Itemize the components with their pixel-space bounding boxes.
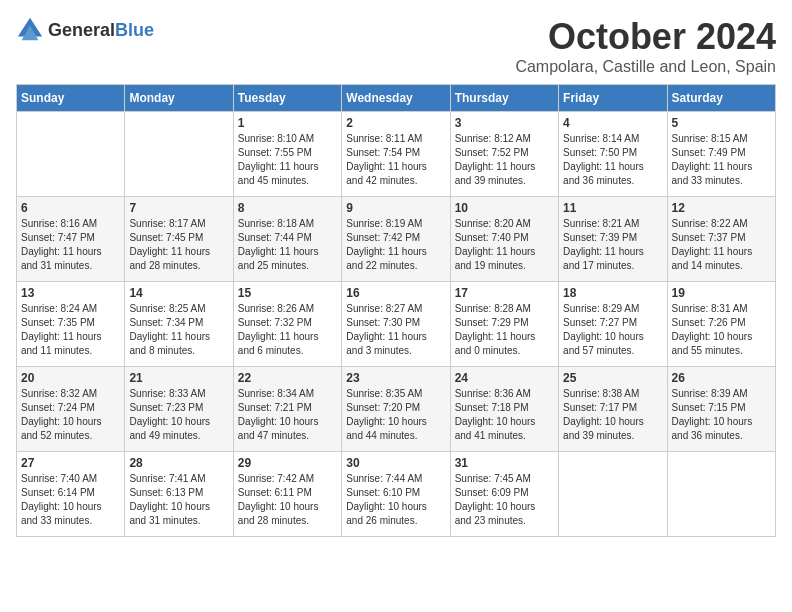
logo-blue-text: Blue — [115, 20, 154, 40]
day-info: Sunrise: 8:28 AM Sunset: 7:29 PM Dayligh… — [455, 302, 554, 358]
day-info: Sunrise: 7:40 AM Sunset: 6:14 PM Dayligh… — [21, 472, 120, 528]
day-info: Sunrise: 8:20 AM Sunset: 7:40 PM Dayligh… — [455, 217, 554, 273]
calendar-table: SundayMondayTuesdayWednesdayThursdayFrid… — [16, 84, 776, 537]
calendar-cell: 22Sunrise: 8:34 AM Sunset: 7:21 PM Dayli… — [233, 367, 341, 452]
day-number: 14 — [129, 286, 228, 300]
day-number: 15 — [238, 286, 337, 300]
calendar-cell: 18Sunrise: 8:29 AM Sunset: 7:27 PM Dayli… — [559, 282, 667, 367]
day-number: 19 — [672, 286, 771, 300]
calendar-cell: 11Sunrise: 8:21 AM Sunset: 7:39 PM Dayli… — [559, 197, 667, 282]
day-info: Sunrise: 7:41 AM Sunset: 6:13 PM Dayligh… — [129, 472, 228, 528]
calendar-cell: 17Sunrise: 8:28 AM Sunset: 7:29 PM Dayli… — [450, 282, 558, 367]
day-info: Sunrise: 8:31 AM Sunset: 7:26 PM Dayligh… — [672, 302, 771, 358]
day-info: Sunrise: 8:26 AM Sunset: 7:32 PM Dayligh… — [238, 302, 337, 358]
calendar-header-row: SundayMondayTuesdayWednesdayThursdayFrid… — [17, 85, 776, 112]
header-day-sunday: Sunday — [17, 85, 125, 112]
header-day-thursday: Thursday — [450, 85, 558, 112]
calendar-cell: 28Sunrise: 7:41 AM Sunset: 6:13 PM Dayli… — [125, 452, 233, 537]
day-number: 23 — [346, 371, 445, 385]
day-number: 11 — [563, 201, 662, 215]
header-day-tuesday: Tuesday — [233, 85, 341, 112]
calendar-cell: 23Sunrise: 8:35 AM Sunset: 7:20 PM Dayli… — [342, 367, 450, 452]
day-info: Sunrise: 8:34 AM Sunset: 7:21 PM Dayligh… — [238, 387, 337, 443]
calendar-week-row: 20Sunrise: 8:32 AM Sunset: 7:24 PM Dayli… — [17, 367, 776, 452]
calendar-cell: 4Sunrise: 8:14 AM Sunset: 7:50 PM Daylig… — [559, 112, 667, 197]
day-number: 12 — [672, 201, 771, 215]
day-number: 17 — [455, 286, 554, 300]
month-title: October 2024 — [515, 16, 776, 58]
page-header: GeneralBlue October 2024 Campolara, Cast… — [16, 16, 776, 76]
calendar-cell: 31Sunrise: 7:45 AM Sunset: 6:09 PM Dayli… — [450, 452, 558, 537]
calendar-cell: 25Sunrise: 8:38 AM Sunset: 7:17 PM Dayli… — [559, 367, 667, 452]
calendar-cell — [667, 452, 775, 537]
day-info: Sunrise: 7:45 AM Sunset: 6:09 PM Dayligh… — [455, 472, 554, 528]
calendar-cell: 20Sunrise: 8:32 AM Sunset: 7:24 PM Dayli… — [17, 367, 125, 452]
header-day-saturday: Saturday — [667, 85, 775, 112]
day-info: Sunrise: 8:15 AM Sunset: 7:49 PM Dayligh… — [672, 132, 771, 188]
day-info: Sunrise: 8:21 AM Sunset: 7:39 PM Dayligh… — [563, 217, 662, 273]
calendar-week-row: 13Sunrise: 8:24 AM Sunset: 7:35 PM Dayli… — [17, 282, 776, 367]
day-info: Sunrise: 8:17 AM Sunset: 7:45 PM Dayligh… — [129, 217, 228, 273]
day-info: Sunrise: 8:39 AM Sunset: 7:15 PM Dayligh… — [672, 387, 771, 443]
day-info: Sunrise: 8:11 AM Sunset: 7:54 PM Dayligh… — [346, 132, 445, 188]
day-info: Sunrise: 8:24 AM Sunset: 7:35 PM Dayligh… — [21, 302, 120, 358]
day-info: Sunrise: 7:42 AM Sunset: 6:11 PM Dayligh… — [238, 472, 337, 528]
header-day-wednesday: Wednesday — [342, 85, 450, 112]
calendar-cell: 5Sunrise: 8:15 AM Sunset: 7:49 PM Daylig… — [667, 112, 775, 197]
calendar-cell: 19Sunrise: 8:31 AM Sunset: 7:26 PM Dayli… — [667, 282, 775, 367]
day-number: 7 — [129, 201, 228, 215]
calendar-cell: 15Sunrise: 8:26 AM Sunset: 7:32 PM Dayli… — [233, 282, 341, 367]
day-info: Sunrise: 8:35 AM Sunset: 7:20 PM Dayligh… — [346, 387, 445, 443]
day-info: Sunrise: 8:12 AM Sunset: 7:52 PM Dayligh… — [455, 132, 554, 188]
calendar-cell: 8Sunrise: 8:18 AM Sunset: 7:44 PM Daylig… — [233, 197, 341, 282]
day-number: 29 — [238, 456, 337, 470]
calendar-cell: 21Sunrise: 8:33 AM Sunset: 7:23 PM Dayli… — [125, 367, 233, 452]
logo-general-text: General — [48, 20, 115, 40]
calendar-cell: 13Sunrise: 8:24 AM Sunset: 7:35 PM Dayli… — [17, 282, 125, 367]
day-info: Sunrise: 8:19 AM Sunset: 7:42 PM Dayligh… — [346, 217, 445, 273]
day-number: 24 — [455, 371, 554, 385]
calendar-week-row: 6Sunrise: 8:16 AM Sunset: 7:47 PM Daylig… — [17, 197, 776, 282]
day-number: 9 — [346, 201, 445, 215]
calendar-week-row: 1Sunrise: 8:10 AM Sunset: 7:55 PM Daylig… — [17, 112, 776, 197]
day-info: Sunrise: 7:44 AM Sunset: 6:10 PM Dayligh… — [346, 472, 445, 528]
calendar-cell: 26Sunrise: 8:39 AM Sunset: 7:15 PM Dayli… — [667, 367, 775, 452]
calendar-week-row: 27Sunrise: 7:40 AM Sunset: 6:14 PM Dayli… — [17, 452, 776, 537]
logo: GeneralBlue — [16, 16, 154, 44]
day-number: 30 — [346, 456, 445, 470]
calendar-cell: 2Sunrise: 8:11 AM Sunset: 7:54 PM Daylig… — [342, 112, 450, 197]
calendar-cell — [17, 112, 125, 197]
day-info: Sunrise: 8:29 AM Sunset: 7:27 PM Dayligh… — [563, 302, 662, 358]
day-info: Sunrise: 8:33 AM Sunset: 7:23 PM Dayligh… — [129, 387, 228, 443]
header-day-friday: Friday — [559, 85, 667, 112]
calendar-cell: 7Sunrise: 8:17 AM Sunset: 7:45 PM Daylig… — [125, 197, 233, 282]
calendar-cell: 16Sunrise: 8:27 AM Sunset: 7:30 PM Dayli… — [342, 282, 450, 367]
day-number: 4 — [563, 116, 662, 130]
day-info: Sunrise: 8:10 AM Sunset: 7:55 PM Dayligh… — [238, 132, 337, 188]
day-info: Sunrise: 8:25 AM Sunset: 7:34 PM Dayligh… — [129, 302, 228, 358]
day-number: 2 — [346, 116, 445, 130]
day-number: 21 — [129, 371, 228, 385]
calendar-cell: 14Sunrise: 8:25 AM Sunset: 7:34 PM Dayli… — [125, 282, 233, 367]
calendar-cell: 3Sunrise: 8:12 AM Sunset: 7:52 PM Daylig… — [450, 112, 558, 197]
location-title: Campolara, Castille and Leon, Spain — [515, 58, 776, 76]
calendar-cell: 24Sunrise: 8:36 AM Sunset: 7:18 PM Dayli… — [450, 367, 558, 452]
day-info: Sunrise: 8:32 AM Sunset: 7:24 PM Dayligh… — [21, 387, 120, 443]
day-info: Sunrise: 8:38 AM Sunset: 7:17 PM Dayligh… — [563, 387, 662, 443]
day-number: 5 — [672, 116, 771, 130]
calendar-cell: 12Sunrise: 8:22 AM Sunset: 7:37 PM Dayli… — [667, 197, 775, 282]
day-info: Sunrise: 8:36 AM Sunset: 7:18 PM Dayligh… — [455, 387, 554, 443]
day-info: Sunrise: 8:18 AM Sunset: 7:44 PM Dayligh… — [238, 217, 337, 273]
day-number: 1 — [238, 116, 337, 130]
day-info: Sunrise: 8:16 AM Sunset: 7:47 PM Dayligh… — [21, 217, 120, 273]
calendar-cell: 9Sunrise: 8:19 AM Sunset: 7:42 PM Daylig… — [342, 197, 450, 282]
day-number: 28 — [129, 456, 228, 470]
calendar-cell — [559, 452, 667, 537]
calendar-cell: 29Sunrise: 7:42 AM Sunset: 6:11 PM Dayli… — [233, 452, 341, 537]
day-info: Sunrise: 8:27 AM Sunset: 7:30 PM Dayligh… — [346, 302, 445, 358]
day-info: Sunrise: 8:14 AM Sunset: 7:50 PM Dayligh… — [563, 132, 662, 188]
day-number: 13 — [21, 286, 120, 300]
day-number: 8 — [238, 201, 337, 215]
calendar-cell: 1Sunrise: 8:10 AM Sunset: 7:55 PM Daylig… — [233, 112, 341, 197]
calendar-cell: 30Sunrise: 7:44 AM Sunset: 6:10 PM Dayli… — [342, 452, 450, 537]
